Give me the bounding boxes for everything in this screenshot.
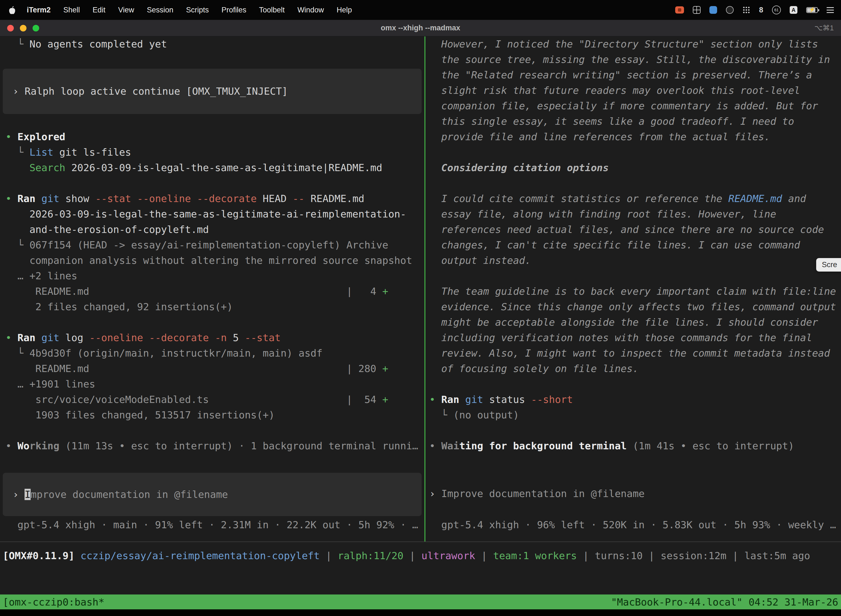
text-segment: Explored — [18, 131, 65, 142]
menu-item-toolbelt[interactable]: Toolbelt — [253, 6, 291, 14]
text-segment: team:1 workers — [493, 550, 577, 561]
terminal-line: essay file, along with finding root file… — [425, 207, 841, 222]
window-title-bar[interactable]: omx --xhigh --madmax ⌥⌘1 — [0, 20, 841, 37]
blue-app-icon[interactable] — [709, 6, 717, 14]
terminal-line: └ 4b9d30f (origin/main, instructkr/main,… — [0, 346, 424, 361]
text-segment: git ls-files — [53, 147, 131, 158]
terminal-line — [425, 377, 841, 392]
menu-item-edit[interactable]: Edit — [86, 6, 112, 14]
text-segment: git — [465, 394, 483, 405]
apple-menu-icon[interactable] — [7, 6, 21, 14]
window-shortcut: ⌥⌘1 — [815, 24, 834, 32]
menu-item-window[interactable]: Window — [291, 6, 330, 14]
text-segment: └ — [6, 38, 29, 50]
terminal-line: companion analysis without altering the … — [0, 253, 424, 268]
terminal-pane-right[interactable]: However, I noticed the "Directory Struct… — [425, 37, 841, 541]
menu-item-help[interactable]: Help — [330, 6, 358, 14]
text-segment: gpt-5.4 xhigh · main · 91% left · 2.31M … — [6, 519, 418, 531]
tmux-session-window[interactable]: [omx-cczip0:bash* — [3, 596, 104, 608]
tmux-status-bar: [omx-cczip0:bash* "MacBook-Pro-44.local"… — [0, 594, 841, 609]
terminal-line: › Ralph loop active continue [OMX_TMUX_I… — [13, 84, 288, 99]
text-segment: --stat — [245, 332, 281, 343]
text-segment: git — [41, 193, 59, 204]
text-segment: (1m 41s • esc to interrupt) — [627, 440, 794, 452]
omx-status-bar: [OMX#0.11.9] cczip/essay/ai-reimplementa… — [0, 548, 841, 563]
terminal-line: └ List git ls-files — [0, 145, 424, 160]
right-model-status-line: gpt-5.4 xhigh · 96% left · 520K in · 5.8… — [425, 517, 841, 532]
text-segment: and-the-erosion-of-copyleft.md — [6, 224, 209, 235]
text-segment: 2 files changed, 92 insertions(+) — [6, 301, 233, 312]
text-segment: git — [41, 332, 59, 343]
menu-extra-icon[interactable] — [827, 7, 834, 13]
terminal-line — [425, 145, 841, 160]
text-segment: changes, I can't cite specific file line… — [429, 239, 800, 251]
terminal-line: └ No agents completed yet — [0, 37, 424, 52]
text-segment: ting for background terminal — [459, 440, 627, 452]
terminal-line: I could cite commit statistics or refere… — [425, 191, 841, 207]
close-button[interactable] — [7, 25, 14, 31]
screen-recording-stop-icon[interactable] — [675, 6, 684, 13]
battery-icon[interactable]: ⚡ — [806, 7, 818, 13]
terminal-line: › Improve documentation in @filename — [13, 487, 228, 502]
text-segment: turns:10 — [595, 550, 643, 561]
terminal-line: Considering citation options — [425, 160, 841, 176]
record-circle-icon[interactable] — [726, 6, 734, 14]
terminal-line: However, I noticed the "Directory Struct… — [425, 37, 841, 52]
charging-bolt-icon: ⚡ — [807, 7, 817, 13]
terminal-line: README.md | 280 + — [0, 361, 424, 377]
text-segment: README.md — [305, 193, 365, 204]
grid-icon[interactable] — [693, 6, 700, 14]
cpu-gauge-icon[interactable]: 61 — [772, 6, 781, 14]
tmux-host-time: "MacBook-Pro-44.local" 04:52 31-Mar-26 — [611, 596, 838, 608]
text-segment: | — [475, 550, 493, 561]
terminal-line: gpt-5.4 xhigh · 96% left · 520K in · 5.8… — [425, 517, 841, 532]
text-segment: Ran — [18, 332, 35, 343]
menu-bar-left: iTerm2 Shell Edit View Session Scripts P… — [7, 6, 358, 14]
menu-item-session[interactable]: Session — [141, 6, 180, 14]
terminal-line: README.md | 4 + — [0, 284, 424, 299]
text-segment: provide file and line references from th… — [429, 131, 770, 142]
prompt-input-left[interactable]: › Improve documentation in @filename — [3, 473, 422, 516]
app-badge-icon[interactable]: 8 — [759, 6, 763, 14]
text-segment: Ran — [18, 193, 35, 204]
text-segment: companion file, especially if more comme… — [429, 100, 818, 111]
dots-grid-icon[interactable] — [743, 6, 750, 14]
menu-item-scripts[interactable]: Scripts — [180, 6, 215, 14]
window-title: omx --xhigh --madmax — [381, 24, 460, 32]
text-segment: src/voice/voiceModeEnabled.ts | 54 — [6, 394, 382, 405]
text-segment — [35, 193, 41, 204]
terminal-pane-left[interactable]: └ No agents completed yet › Ralph loop a… — [0, 37, 424, 541]
text-segment: show — [59, 193, 95, 204]
screen-share-button[interactable]: Scre — [816, 258, 841, 271]
text-segment: I — [25, 489, 31, 500]
prompt-input-right[interactable]: › Improve documentation in @filename — [425, 486, 841, 502]
zoom-button[interactable] — [32, 25, 39, 31]
terminal-line: … +2 lines — [0, 268, 424, 284]
terminal-line: [OMX#0.11.9] cczip/essay/ai-reimplementa… — [0, 548, 841, 563]
menu-item-view[interactable]: View — [112, 6, 141, 14]
text-segment: + — [382, 394, 388, 405]
terminal-line: … +1901 lines — [0, 377, 424, 392]
minimize-button[interactable] — [20, 25, 26, 31]
text-segment: Wai — [441, 440, 459, 452]
terminal-line — [0, 315, 424, 330]
text-segment: + — [382, 363, 388, 374]
terminal-line: review. Also, I might want to inspect th… — [425, 346, 841, 361]
menu-app-name[interactable]: iTerm2 — [21, 6, 57, 14]
terminal-line: src/voice/voiceModeEnabled.ts | 54 + — [0, 392, 424, 407]
terminal-line: companion file, especially if more comme… — [425, 98, 841, 114]
ralph-inject-banner[interactable]: › Ralph loop active continue [OMX_TMUX_I… — [3, 69, 422, 114]
menu-item-profiles[interactable]: Profiles — [215, 6, 253, 14]
text-segment: | — [403, 550, 421, 561]
input-source-icon[interactable]: A — [790, 6, 797, 14]
menu-item-shell[interactable]: Shell — [57, 6, 86, 14]
text-segment: I could cite commit statistics or refere… — [429, 193, 728, 204]
text-segment: status — [483, 394, 531, 405]
terminal-line: of focusing solely on file lines. — [425, 361, 841, 377]
text-segment: the source tree, missing the essay. Stil… — [429, 54, 830, 65]
terminal-line: and-the-erosion-of-copyleft.md — [0, 222, 424, 238]
terminal-line: changes, I can't cite specific file line… — [425, 238, 841, 253]
text-segment: -- — [293, 193, 304, 204]
terminal-line: └ (no output) — [425, 407, 841, 423]
text-segment: However, I noticed the "Directory Struct… — [429, 38, 818, 50]
